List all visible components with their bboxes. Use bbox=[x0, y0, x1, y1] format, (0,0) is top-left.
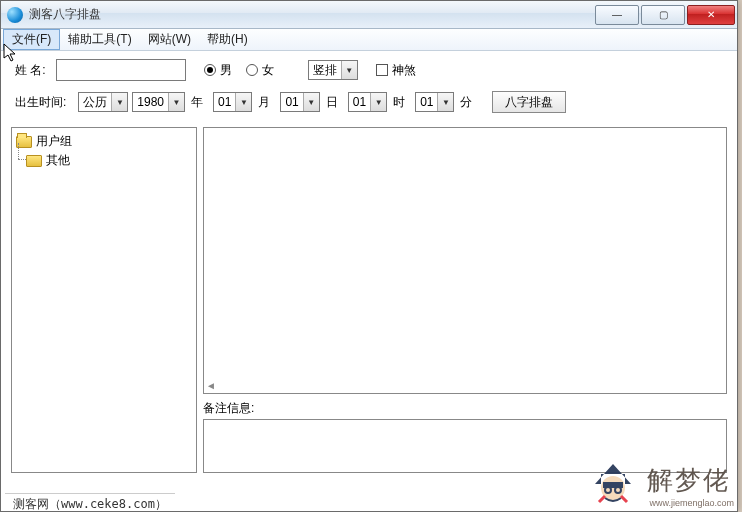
minute-value: 01 bbox=[420, 95, 433, 109]
window-title: 测客八字排盘 bbox=[29, 6, 593, 23]
maximize-button[interactable]: ▢ bbox=[641, 5, 685, 25]
remark-textarea[interactable] bbox=[203, 419, 727, 473]
tree-child-item[interactable]: 其他 bbox=[24, 151, 194, 170]
remark-label: 备注信息: bbox=[203, 400, 727, 417]
form-area: 姓 名: 男 女 竖排 ▼ 神煞 出生时间: bbox=[1, 51, 737, 127]
shensha-checkbox[interactable]: 神煞 bbox=[376, 62, 416, 79]
calendar-value: 公历 bbox=[83, 94, 107, 111]
menu-site[interactable]: 网站(W) bbox=[140, 29, 199, 50]
shensha-label: 神煞 bbox=[392, 62, 416, 79]
scroll-left-icon[interactable]: ◄ bbox=[206, 380, 216, 391]
calendar-select[interactable]: 公历 ▼ bbox=[78, 92, 128, 112]
name-label: 姓 名: bbox=[15, 62, 46, 79]
statusbar: 测客网（www.ceke8.com） bbox=[5, 493, 175, 511]
gender-female-label: 女 bbox=[262, 62, 274, 79]
name-input[interactable] bbox=[56, 59, 186, 81]
chevron-down-icon: ▼ bbox=[303, 93, 319, 111]
titlebar: 测客八字排盘 ― ▢ ✕ bbox=[1, 1, 737, 29]
day-unit: 日 bbox=[326, 94, 338, 111]
content-area: 用户组 其他 ◄ 备注信息: bbox=[1, 127, 737, 477]
right-column: ◄ 备注信息: bbox=[203, 127, 727, 473]
layout-select-value: 竖排 bbox=[313, 62, 337, 79]
chevron-down-icon: ▼ bbox=[370, 93, 386, 111]
calculate-button-label: 八字排盘 bbox=[505, 94, 553, 111]
minute-select[interactable]: 01 ▼ bbox=[415, 92, 454, 112]
chevron-down-icon: ▼ bbox=[437, 93, 453, 111]
app-icon bbox=[7, 7, 23, 23]
month-value: 01 bbox=[218, 95, 231, 109]
year-select[interactable]: 1980 ▼ bbox=[132, 92, 185, 112]
folder-icon bbox=[26, 155, 42, 167]
minute-unit: 分 bbox=[460, 94, 472, 111]
chevron-down-icon: ▼ bbox=[341, 61, 357, 79]
gender-male-label: 男 bbox=[220, 62, 232, 79]
gender-male-radio[interactable]: 男 bbox=[204, 62, 232, 79]
radio-dot-icon bbox=[204, 64, 216, 76]
menu-file[interactable]: 文件(F) bbox=[3, 29, 60, 50]
menu-help[interactable]: 帮助(H) bbox=[199, 29, 256, 50]
day-value: 01 bbox=[285, 95, 298, 109]
tree-root-item[interactable]: 用户组 bbox=[14, 132, 194, 151]
gender-female-radio[interactable]: 女 bbox=[246, 62, 274, 79]
birth-label: 出生时间: bbox=[15, 94, 66, 111]
hour-value: 01 bbox=[353, 95, 366, 109]
tree-panel[interactable]: 用户组 其他 bbox=[11, 127, 197, 473]
minimize-button[interactable]: ― bbox=[595, 5, 639, 25]
month-unit: 月 bbox=[258, 94, 270, 111]
close-button[interactable]: ✕ bbox=[687, 5, 735, 25]
radio-dot-icon bbox=[246, 64, 258, 76]
result-textarea[interactable]: ◄ bbox=[203, 127, 727, 394]
hour-select[interactable]: 01 ▼ bbox=[348, 92, 387, 112]
birth-row: 出生时间: 公历 ▼ 1980 ▼ 年 01 ▼ 月 01 ▼ 日 01 bbox=[15, 91, 723, 113]
hour-unit: 时 bbox=[393, 94, 405, 111]
name-row: 姓 名: 男 女 竖排 ▼ 神煞 bbox=[15, 59, 723, 81]
calculate-button[interactable]: 八字排盘 bbox=[492, 91, 566, 113]
tree-child-label: 其他 bbox=[46, 152, 70, 169]
month-select[interactable]: 01 ▼ bbox=[213, 92, 252, 112]
checkbox-box-icon bbox=[376, 64, 388, 76]
year-unit: 年 bbox=[191, 94, 203, 111]
menubar: 文件(F) 辅助工具(T) 网站(W) 帮助(H) bbox=[1, 29, 737, 51]
chevron-down-icon: ▼ bbox=[235, 93, 251, 111]
status-text: 测客网（www.ceke8.com） bbox=[13, 497, 167, 511]
day-select[interactable]: 01 ▼ bbox=[280, 92, 319, 112]
layout-select[interactable]: 竖排 ▼ bbox=[308, 60, 358, 80]
year-value: 1980 bbox=[137, 95, 164, 109]
menu-tools[interactable]: 辅助工具(T) bbox=[60, 29, 139, 50]
tree-root-label: 用户组 bbox=[36, 133, 72, 150]
window-controls: ― ▢ ✕ bbox=[593, 5, 735, 25]
chevron-down-icon: ▼ bbox=[111, 93, 127, 111]
app-window: 测客八字排盘 ― ▢ ✕ 文件(F) 辅助工具(T) 网站(W) 帮助(H) 姓… bbox=[0, 0, 738, 512]
chevron-down-icon: ▼ bbox=[168, 93, 184, 111]
